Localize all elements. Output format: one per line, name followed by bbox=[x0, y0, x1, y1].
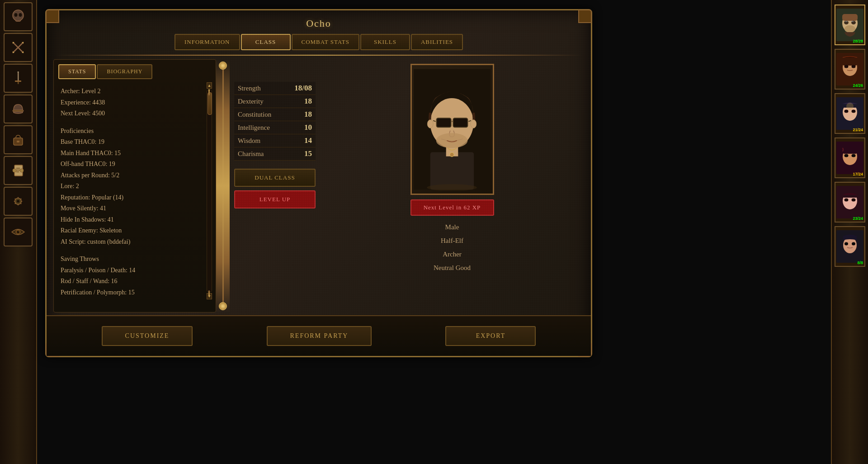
experience: Experience: 4438 bbox=[61, 97, 209, 109]
svg-point-58 bbox=[844, 242, 848, 246]
subtab-biography[interactable]: BIOGRAPHY bbox=[97, 64, 152, 79]
intelligence-row: Intelligence 10 bbox=[234, 121, 316, 134]
saving-throws-header: Saving Throws bbox=[61, 254, 209, 265]
svg-point-55 bbox=[852, 199, 856, 202]
customize-button[interactable]: CUSTOMIZE bbox=[102, 326, 193, 346]
attributes-panel: Strength 18/08 Dexterity 18 Constitution… bbox=[230, 59, 320, 312]
svg-point-71 bbox=[427, 120, 433, 128]
scroll-up-btn[interactable]: ▲ bbox=[207, 82, 212, 89]
sidebar-skull-icon[interactable] bbox=[4, 2, 33, 31]
sidebar-crossed-arrows-icon[interactable] bbox=[4, 33, 33, 62]
svg-point-49 bbox=[844, 154, 849, 157]
sidebar-helmet-icon[interactable] bbox=[4, 95, 33, 123]
svg-point-25 bbox=[17, 200, 19, 203]
wisdom-label: Wisdom bbox=[238, 137, 260, 145]
sidebar-scroll-icon[interactable] bbox=[4, 156, 33, 185]
constitution-label: Constitution bbox=[238, 111, 271, 118]
wisdom-row: Wisdom 14 bbox=[234, 134, 316, 147]
strength-label: Strength bbox=[238, 85, 261, 92]
svg-point-50 bbox=[852, 154, 856, 157]
portrait-4[interactable]: 17/24 bbox=[835, 137, 865, 178]
svg-point-38 bbox=[844, 65, 849, 68]
dexterity-value: 18 bbox=[289, 97, 312, 106]
ai-script: AI Script: custom (bddefai) bbox=[61, 237, 209, 248]
svg-rect-61 bbox=[430, 152, 474, 190]
next-level-badge: Next Level in 62 XP bbox=[410, 199, 494, 216]
subtab-stats[interactable]: STATS bbox=[58, 64, 96, 79]
portrait-3-hp: 21/24 bbox=[853, 128, 863, 132]
bottom-area: CUSTOMIZE REFORM PARTY EXPORT bbox=[47, 315, 591, 356]
svg-point-2 bbox=[19, 13, 22, 17]
reform-party-button[interactable]: REFORM PARTY bbox=[267, 326, 372, 346]
tab-information[interactable]: INFORMATION bbox=[175, 34, 240, 50]
charisma-label: Charisma bbox=[238, 150, 264, 158]
constitution-row: Constitution 18 bbox=[234, 108, 316, 121]
left-sidebar bbox=[0, 0, 37, 464]
svg-point-28 bbox=[19, 231, 19, 232]
svg-point-19 bbox=[13, 169, 16, 172]
class-level: Archer: Level 2 bbox=[61, 86, 209, 97]
portrait-2[interactable]: 24/26 bbox=[835, 49, 865, 90]
svg-point-59 bbox=[852, 242, 855, 246]
svg-rect-31 bbox=[842, 14, 858, 21]
sidebar-gear-icon[interactable] bbox=[4, 187, 33, 216]
svg-rect-11 bbox=[18, 71, 19, 81]
petrification: Petrification / Polymorph: 15 bbox=[61, 287, 209, 298]
svg-rect-48 bbox=[843, 147, 857, 154]
dual-class-button[interactable]: DUAL CLASS bbox=[234, 169, 316, 187]
svg-rect-66 bbox=[453, 118, 467, 127]
char-class: Archer bbox=[434, 247, 471, 261]
attributes-buttons: DUAL CLASS LEVEL UP bbox=[234, 169, 316, 208]
portrait-4-hp: 17/24 bbox=[853, 172, 863, 176]
tab-bar: INFORMATION CLASS COMBAT STATS SKILLS AB… bbox=[47, 34, 591, 55]
main-window: Ocho INFORMATION CLASS COMBAT STATS SKIL… bbox=[45, 9, 592, 357]
tab-skills[interactable]: SKILLS bbox=[360, 34, 410, 50]
portrait-1[interactable]: 28/28 bbox=[835, 5, 865, 45]
charisma-value: 15 bbox=[289, 149, 312, 158]
svg-point-70 bbox=[436, 133, 468, 148]
portrait-2-hp: 24/26 bbox=[853, 83, 863, 88]
stats-content: Archer: Level 2 Experience: 4438 Next Le… bbox=[54, 84, 216, 298]
sidebar-eye-icon[interactable] bbox=[4, 218, 33, 246]
off-hand-thac0: Off-hand THAC0: 19 bbox=[61, 159, 209, 170]
portrait-6[interactable]: 8/8 bbox=[835, 226, 865, 267]
tab-abilities[interactable]: ABILITIES bbox=[411, 34, 463, 50]
svg-rect-37 bbox=[843, 57, 857, 66]
portrait-panel: Next Level in 62 XP Male Half-Elf Archer… bbox=[320, 59, 584, 312]
base-thac0: Base THAC0: 19 bbox=[61, 137, 209, 148]
hide-in-shadows: Hide In Shadows: 41 bbox=[61, 214, 209, 226]
strength-row: Strength 18/08 bbox=[234, 82, 316, 95]
svg-point-72 bbox=[471, 120, 476, 128]
lore: Lore: 2 bbox=[61, 181, 209, 192]
svg-rect-65 bbox=[437, 118, 451, 127]
dexterity-label: Dexterity bbox=[238, 98, 264, 105]
svg-rect-15 bbox=[13, 110, 24, 112]
tab-class[interactable]: CLASS bbox=[241, 34, 291, 50]
level-up-button[interactable]: LEVEL UP bbox=[234, 190, 316, 208]
char-gender: Male bbox=[434, 220, 471, 234]
character-name: Ocho bbox=[306, 18, 331, 29]
portrait-3[interactable]: 21/24 bbox=[835, 93, 865, 134]
char-race: Half-Elf bbox=[434, 234, 471, 247]
sidebar-bag-icon[interactable] bbox=[4, 125, 33, 154]
reputation: Reputation: Popular (14) bbox=[61, 192, 209, 204]
move-silently: Move Silently: 41 bbox=[61, 203, 209, 214]
svg-point-20 bbox=[20, 169, 24, 172]
main-hand-thac0: Main Hand THAC0: 15 bbox=[61, 148, 209, 159]
export-button[interactable]: EXPORT bbox=[445, 326, 536, 346]
svg-point-43 bbox=[844, 110, 849, 113]
svg-point-44 bbox=[852, 110, 856, 113]
wisdom-value: 14 bbox=[289, 136, 312, 145]
svg-point-45 bbox=[846, 103, 854, 110]
svg-point-54 bbox=[844, 199, 849, 202]
sidebar-sword-icon[interactable] bbox=[4, 64, 33, 93]
tab-combat-stats[interactable]: COMBAT STATS bbox=[292, 34, 359, 50]
intelligence-value: 10 bbox=[289, 123, 312, 132]
right-sidebar: 28/28 24/26 bbox=[831, 0, 868, 464]
svg-point-63 bbox=[450, 152, 454, 156]
title-bar: Ocho bbox=[47, 10, 591, 34]
portrait-6-hp: 8/8 bbox=[857, 260, 863, 265]
char-alignment: Neutral Good bbox=[434, 261, 471, 275]
character-portrait bbox=[410, 64, 494, 195]
portrait-5[interactable]: 23/24 bbox=[835, 182, 865, 223]
